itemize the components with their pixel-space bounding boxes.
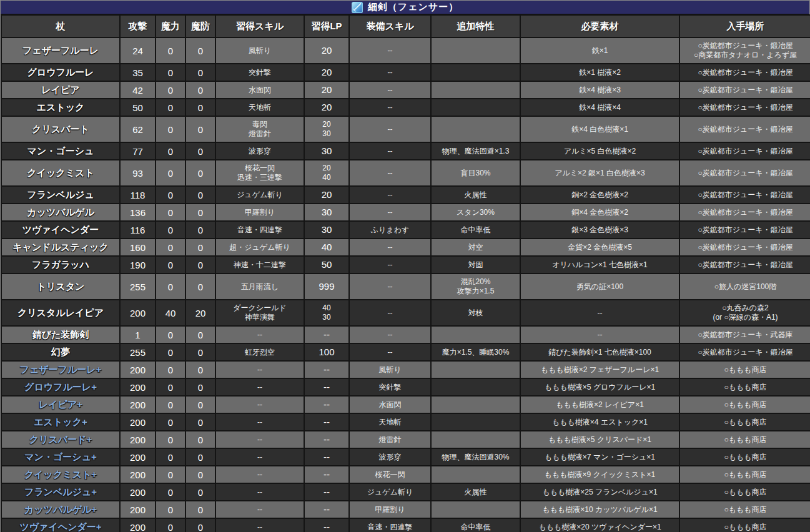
cell-learned-skill: -- [215,326,304,343]
cell-magic-defense: 20 [185,300,215,326]
cell-magic: 0 [156,99,185,116]
cell-required-materials: -- [520,300,679,326]
cell-learned-lp: 30 [304,142,349,160]
cell-required-materials: 銀×3 金色樹液×3 [520,221,679,239]
cell-obtain-location: ○ももも商店 [679,448,810,466]
cell-required-materials: ももも樹液×4 エストック×1 [520,413,679,431]
cell-learned-skill: 神速・十二連撃 [215,256,304,273]
cell-magic: 0 [156,501,185,518]
cell-learned-lp: -- [304,361,349,378]
weapon-name-link[interactable]: クリスバード+ [1,431,120,448]
cell-attack: 200 [120,361,156,378]
table-row: 錆びた装飾剣100--------○炭鉱都市ジューキ・武器庫 [1,326,810,343]
cell-equip-skill: -- [349,343,431,361]
cell-magic: 0 [156,256,185,273]
cell-extra-trait [431,413,520,431]
cell-attack: 200 [120,483,156,501]
column-header-mdef: 魔防 [185,15,215,37]
column-header-trait: 追加特性 [431,15,520,37]
cell-equip-skill: -- [349,116,431,142]
cell-magic-defense: 0 [185,37,215,64]
cell-magic-defense: 0 [185,518,215,532]
cell-magic-defense: 0 [185,99,215,116]
cell-learned-skill: 桜花一閃迅速・三連撃 [215,160,304,186]
cell-required-materials: 銅×2 金色樹液×2 [520,186,679,204]
cell-learned-skill: -- [215,501,304,518]
weapon-name: キャンドルスティック [1,239,120,256]
cell-attack: 200 [120,378,156,396]
cell-equip-skill: -- [349,160,431,186]
cell-magic: 0 [156,142,185,160]
cell-magic-defense: 0 [185,396,215,413]
column-header-atk: 攻撃 [120,15,156,37]
weapon-name: ツヴァイヘンダー [1,221,120,239]
cell-extra-trait: 火属性 [431,186,520,204]
cell-magic: 0 [156,326,185,343]
cell-learned-skill: -- [215,378,304,396]
cell-extra-trait [431,501,520,518]
weapon-name-link[interactable]: レイピア+ [1,396,120,413]
weapon-name-link[interactable]: マン・ゴーシュ+ [1,448,120,466]
cell-required-materials: ももも樹液×5 クリスバード×1 [520,431,679,448]
weapon-name-link[interactable]: カッツバルゲル+ [1,501,120,518]
table-row: フラガラッハ19000神速・十二連撃50--対固オリハルコン×1 七色樹液×1○… [1,256,810,273]
cell-magic: 0 [156,483,185,501]
cell-extra-trait [431,326,520,343]
cell-obtain-location: ○炭鉱都市ジューキ・鍛冶屋 [679,343,810,361]
weapon-table: 杖攻撃魔力魔防習得スキル習得LP装備スキル追加特性必要素材入手場所 フェザーフル… [1,14,810,532]
cell-magic-defense: 0 [185,256,215,273]
cell-equip-skill: ジュゲム斬り [349,483,431,501]
weapon-name-link[interactable]: フランベルジュ+ [1,483,120,501]
cell-equip-skill: 甲羅割り [349,501,431,518]
cell-learned-skill: ダークシールド神華演舞 [215,300,304,326]
weapon-name: フェザーフルーレ [1,37,120,64]
cell-learned-lp: 30 [304,221,349,239]
cell-equip-skill: -- [349,256,431,273]
cell-magic: 0 [156,431,185,448]
cell-learned-skill: -- [215,483,304,501]
cell-extra-trait [431,99,520,116]
cell-magic: 0 [156,466,185,483]
cell-magic: 0 [156,413,185,431]
cell-obtain-location: ○炭鉱都市ジューキ・鍛冶屋 [679,204,810,221]
cell-extra-trait [431,37,520,64]
cell-learned-skill: 天地斬 [215,99,304,116]
cell-learned-skill: 毒閃燈雷針 [215,116,304,142]
cell-obtain-location: ○炭鉱都市ジューキ・鍛冶屋 [679,81,810,99]
cell-equip-skill: 桜花一閃 [349,466,431,483]
cell-obtain-location: ○丸呑みの森2(or ○深緑の森・A1) [679,300,810,326]
cell-learned-lp: 20 [304,81,349,99]
weapon-name-link[interactable]: エストック+ [1,413,120,431]
cell-magic: 0 [156,273,185,300]
cell-magic-defense: 0 [185,186,215,204]
weapon-name-link[interactable]: クイックミスト+ [1,466,120,483]
cell-required-materials: 金貨×2 金色樹液×5 [520,239,679,256]
weapon-name-link[interactable]: フェザーフルーレ+ [1,361,120,378]
cell-extra-trait: 魔力×1.5、睡眠30% [431,343,520,361]
weapon-name: エストック [1,99,120,116]
cell-attack: 255 [120,343,156,361]
cell-magic-defense: 0 [185,361,215,378]
cell-magic-defense: 0 [185,64,215,81]
cell-extra-trait: 火属性 [431,483,520,501]
weapon-name-link[interactable]: ツヴァイヘンダー+ [1,518,120,532]
cell-magic-defense: 0 [185,431,215,448]
weapon-name-link[interactable]: グロウフルーレ+ [1,378,120,396]
cell-magic-defense: 0 [185,116,215,142]
weapon-name: 錆びた装飾剣 [1,326,120,343]
cell-extra-trait [431,396,520,413]
cell-obtain-location: ○炭鉱都市ジューキ・鍛冶屋 [679,116,810,142]
cell-magic: 0 [156,448,185,466]
weapon-name: カッツバルゲル [1,204,120,221]
table-row: クリスバート6200毒閃燈雷針2030--鉄×4 白色樹液×1○炭鉱都市ジューキ… [1,116,810,142]
cell-magic-defense: 0 [185,160,215,186]
cell-learned-lp: 40 [304,239,349,256]
column-header-equip: 装備スキル [349,15,431,37]
cell-magic-defense: 0 [185,413,215,431]
cell-learned-lp: 20 [304,64,349,81]
column-header-skill: 習得スキル [215,15,304,37]
cell-attack: 255 [120,273,156,300]
cell-equip-skill: 燈雷針 [349,431,431,448]
cell-magic: 0 [156,221,185,239]
cell-equip-skill: -- [349,81,431,99]
